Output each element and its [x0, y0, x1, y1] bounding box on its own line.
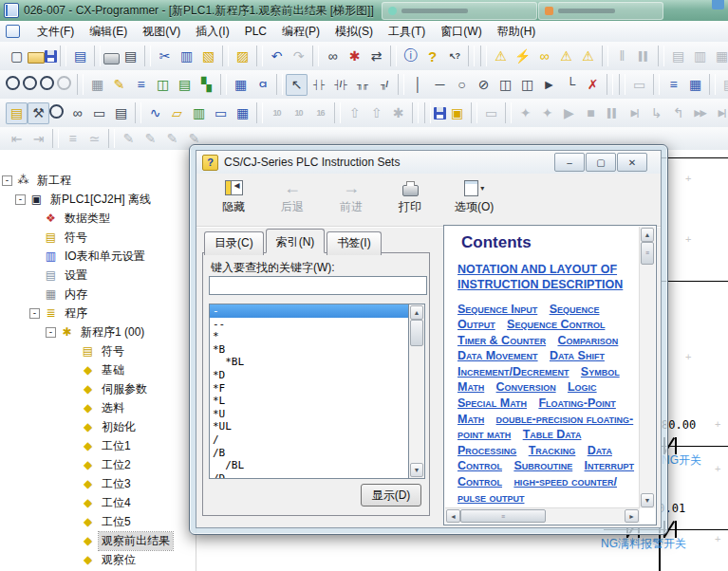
left-justify-button[interactable]: ≡ [62, 129, 84, 148]
scan-run-button[interactable]: ▶| [711, 102, 728, 124]
menu-item[interactable]: 编辑(E) [82, 21, 135, 43]
tree-expander-icon[interactable] [66, 365, 77, 376]
decimal-button[interactable]: 10 [266, 102, 288, 124]
tree-expander-icon[interactable] [66, 479, 77, 489]
tree-expander-icon[interactable] [66, 498, 77, 508]
contents-link[interactable]: Comparison [557, 334, 618, 347]
work-online-button[interactable]: ⚠ [490, 46, 512, 67]
contact-no-button[interactable]: ┤├ [308, 74, 329, 96]
contents-link[interactable]: Special Math [457, 396, 527, 410]
paste-special-button[interactable]: ▨ [232, 46, 253, 67]
download-button[interactable]: ▥ [689, 46, 711, 67]
index-list-item[interactable]: /D [210, 472, 409, 479]
print-button-dialog[interactable]: 打印 [396, 178, 424, 215]
io-table-button[interactable]: ▥ [188, 102, 210, 124]
force-set-button[interactable]: ✎ [118, 129, 140, 148]
address-reference-button[interactable]: ▤ [110, 102, 132, 124]
index-list-item[interactable]: *B [210, 343, 409, 357]
index-list-item[interactable]: - [210, 304, 409, 318]
contents-link[interactable]: Subroutine [513, 459, 572, 472]
new-file-button[interactable]: ▢ [6, 46, 28, 67]
menu-item[interactable]: 文件(F) [29, 21, 82, 43]
data-trace-button[interactable]: ∿ [144, 102, 166, 124]
or-contact-no-button[interactable]: ╖╓ [351, 74, 373, 96]
pause-program-button[interactable]: ▌▌ [602, 102, 624, 124]
menu-item[interactable]: 模拟(S) [327, 21, 381, 43]
tree-item[interactable]: - ≣ 程序 [0, 304, 196, 322]
copy-button[interactable]: ▥ [176, 46, 197, 67]
comment-button[interactable]: ✎ [108, 74, 130, 96]
tree-item[interactable]: - ✱ 新程序1 (00) [0, 322, 196, 341]
scroll-up-icon[interactable]: ▲ [410, 305, 423, 320]
index-list-item[interactable]: *U [210, 408, 409, 421]
transfer-to-plc-button[interactable]: ⚠ [555, 46, 577, 67]
clear-breakpoint-button[interactable]: ✦ [536, 102, 558, 124]
menu-item[interactable]: PLC [237, 22, 274, 41]
undo-button[interactable]: ↶ [266, 46, 288, 67]
tree-expander-icon[interactable] [66, 460, 77, 470]
stop-button[interactable]: ■ [580, 102, 602, 124]
memory-card-button[interactable] [434, 107, 446, 120]
change-model-button[interactable]: ▭ [480, 102, 502, 124]
maximize-button[interactable]: ▢ [586, 153, 616, 172]
contents-horizontal-scrollbar[interactable]: ◄ ≡ ► [445, 507, 640, 524]
plc-dialog-button[interactable]: ▭ [210, 102, 232, 124]
context-help-button[interactable]: ↖? [443, 46, 465, 67]
display-button[interactable]: 显示(D) [361, 484, 421, 507]
print-preview-button[interactable]: ▤ [120, 46, 141, 67]
force-off-button[interactable]: ⇧ [365, 102, 387, 124]
index-list-item[interactable]: / [210, 433, 409, 447]
monitor-find-button[interactable]: ∞ [533, 46, 555, 67]
delete-line-button[interactable]: ✗ [582, 74, 604, 96]
help-tab[interactable]: 目录(C) [204, 231, 264, 255]
contents-link[interactable]: Timer & Counter [457, 334, 546, 347]
step-in-button[interactable]: ↳ [645, 102, 667, 124]
scroll-up-icon[interactable]: ▲ [641, 228, 654, 242]
build-window-button[interactable]: ⚒ [28, 102, 49, 124]
upload-button[interactable]: ▤ [667, 46, 689, 67]
menu-item[interactable]: 编程(P) [274, 21, 327, 43]
rung-comment-button[interactable]: ≡ [130, 74, 152, 96]
scrollbar-thumb[interactable]: ≡ [460, 509, 546, 523]
tree-item[interactable]: ◆ 工位2 [0, 455, 196, 474]
index-listbox[interactable]: - -- * *B *BL *D *F [209, 304, 409, 479]
help-tab[interactable]: 书签(I) [327, 231, 381, 255]
io-comment-button[interactable]: ▭ [628, 74, 650, 96]
find-replace-button[interactable]: ⇄ [365, 46, 387, 67]
find-button[interactable]: ∞ [322, 46, 344, 67]
diff-down-button[interactable]: ✎ [161, 129, 183, 148]
rung-tree-button[interactable]: ▚ [196, 74, 217, 96]
tree-item[interactable]: ◆ 伺服参数 [0, 379, 196, 398]
scrollbar-thumb[interactable] [410, 320, 423, 346]
menu-item[interactable]: 工具(T) [381, 21, 433, 43]
tree-expander-icon[interactable]: - [2, 175, 12, 186]
contents-link[interactable]: Increment/Decrement [457, 365, 569, 378]
step-out-button[interactable]: ↰ [667, 102, 689, 124]
redo-button[interactable]: ↷ [288, 46, 309, 67]
replace-button[interactable]: ✱ [344, 46, 365, 67]
tree-item[interactable]: ◆ 工位4 [0, 493, 196, 512]
contents-link[interactable]: Data Shift [550, 349, 605, 362]
compile-check-button[interactable]: ▤ [69, 46, 91, 67]
show-rung-button[interactable]: ▤ [174, 74, 196, 96]
memory-view-button[interactable]: ▦ [232, 102, 253, 124]
scroll-down-icon[interactable]: ▼ [410, 463, 423, 477]
index-list-item[interactable]: * [210, 330, 409, 343]
or-contact-nc-button[interactable]: ╖/ [373, 74, 395, 96]
print-button[interactable] [103, 53, 120, 64]
index-list-item[interactable]: *UL [210, 420, 409, 433]
tree-item[interactable]: ▥ IO表和单元设置 [0, 247, 196, 266]
step-run-button[interactable]: ▶| [624, 102, 645, 124]
set-breakpoint-button[interactable]: ✦ [514, 102, 536, 124]
continuous-step-button[interactable]: ▶▶ [689, 102, 711, 124]
index-list-item[interactable]: /B [210, 447, 409, 460]
force-on-button[interactable]: ⇧ [344, 102, 365, 124]
contents-link[interactable]: Logic [568, 380, 597, 394]
select-tool-button[interactable]: ↖ [286, 74, 308, 96]
coil-button[interactable]: ○ [451, 74, 473, 96]
tree-item[interactable]: ◆ 观察前出结果 [0, 531, 196, 550]
menu-item[interactable]: 窗口(W) [433, 21, 489, 43]
paste-button[interactable]: ▧ [197, 46, 219, 67]
tree-item[interactable]: ▤ 设置 [0, 266, 196, 285]
zoom-out-button[interactable] [57, 76, 71, 90]
